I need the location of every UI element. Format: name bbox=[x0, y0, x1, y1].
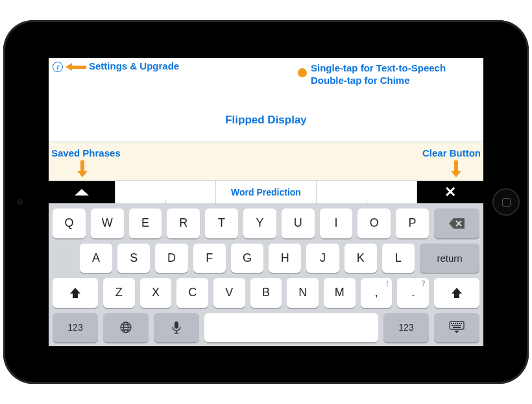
flipped-display-label: Flipped Display bbox=[49, 114, 483, 127]
svg-rect-5 bbox=[453, 323, 454, 324]
key-backspace[interactable] bbox=[434, 208, 479, 238]
key-x[interactable]: X bbox=[140, 278, 172, 308]
key-e[interactable]: E bbox=[129, 208, 162, 238]
svg-rect-13 bbox=[457, 325, 459, 326]
globe-icon bbox=[119, 321, 132, 334]
key-n[interactable]: N bbox=[287, 278, 319, 308]
svg-rect-10 bbox=[452, 325, 453, 326]
key-c[interactable]: C bbox=[176, 278, 208, 308]
svg-rect-15 bbox=[453, 327, 461, 328]
key-v[interactable]: V bbox=[213, 278, 245, 308]
key-u[interactable]: U bbox=[282, 208, 315, 238]
key-globe[interactable] bbox=[103, 313, 149, 343]
key-period[interactable]: ? . bbox=[397, 278, 429, 308]
key-g[interactable]: G bbox=[231, 244, 263, 273]
svg-rect-9 bbox=[461, 323, 462, 324]
arrow-left-icon bbox=[66, 63, 86, 71]
svg-rect-8 bbox=[459, 323, 460, 324]
microphone-icon bbox=[172, 321, 181, 334]
key-p[interactable]: P bbox=[396, 208, 429, 238]
key-w[interactable]: W bbox=[91, 208, 124, 238]
dot-icon bbox=[298, 68, 307, 77]
keyboard: Q W E R T Y U I O P A S bbox=[49, 203, 483, 346]
arrow-down-right-icon bbox=[451, 160, 461, 177]
key-j[interactable]: J bbox=[306, 244, 339, 273]
key-dictation[interactable] bbox=[154, 313, 199, 343]
key-shift-left[interactable] bbox=[53, 278, 98, 308]
svg-rect-4 bbox=[451, 323, 452, 324]
shift-icon bbox=[69, 287, 81, 299]
key-k[interactable]: K bbox=[345, 244, 377, 273]
saved-phrases-label: Saved Phrases bbox=[51, 147, 121, 158]
key-y[interactable]: Y bbox=[243, 208, 276, 238]
keyboard-row-3: Z X C V B N M ! , ? . bbox=[53, 278, 479, 308]
stage: i Settings & Upgrade Single-tap for Text… bbox=[0, 0, 532, 404]
shift-icon bbox=[451, 287, 463, 299]
key-i[interactable]: I bbox=[320, 208, 353, 238]
info-icon[interactable]: i bbox=[53, 62, 63, 72]
key-q[interactable]: Q bbox=[53, 208, 86, 238]
keyboard-row-1: Q W E R T Y U I O P bbox=[53, 208, 479, 238]
toolbar: Word Prediction ✕ bbox=[49, 181, 483, 203]
keyboard-row-4: 123 123 bbox=[53, 313, 479, 343]
tts-line-2: Double-tap for Chime bbox=[311, 74, 446, 86]
key-space[interactable] bbox=[204, 313, 378, 343]
keyboard-row-2: A S D F G H J K L return bbox=[53, 244, 479, 273]
key-a[interactable]: A bbox=[80, 244, 112, 273]
key-t[interactable]: T bbox=[205, 208, 238, 238]
word-prediction-bar[interactable]: Word Prediction bbox=[115, 181, 417, 203]
key-o[interactable]: O bbox=[357, 208, 391, 238]
display-area[interactable]: i Settings & Upgrade Single-tap for Text… bbox=[49, 58, 483, 142]
key-numbers-left[interactable]: 123 bbox=[53, 313, 98, 343]
tts-line-1: Single-tap for Text-to-Speech bbox=[311, 62, 446, 74]
ipad-frame: i Settings & Upgrade Single-tap for Text… bbox=[3, 20, 529, 384]
key-f[interactable]: F bbox=[193, 244, 226, 273]
key-z[interactable]: Z bbox=[103, 278, 135, 308]
svg-rect-7 bbox=[457, 323, 458, 324]
key-dismiss-keyboard[interactable] bbox=[434, 313, 479, 343]
key-m[interactable]: M bbox=[324, 278, 356, 308]
word-prediction-label: Word Prediction bbox=[216, 181, 317, 203]
key-comma[interactable]: ! , bbox=[361, 278, 393, 308]
key-d[interactable]: D bbox=[155, 244, 187, 273]
key-r[interactable]: R bbox=[167, 208, 200, 238]
svg-rect-12 bbox=[455, 325, 457, 326]
input-strip[interactable]: Saved Phrases Clear Button bbox=[49, 142, 483, 181]
dismiss-keyboard-icon bbox=[449, 321, 465, 334]
triangle-up-icon bbox=[75, 189, 89, 196]
key-numbers-right[interactable]: 123 bbox=[383, 313, 429, 343]
close-icon: ✕ bbox=[444, 185, 456, 199]
home-button[interactable] bbox=[492, 188, 520, 216]
svg-rect-6 bbox=[455, 323, 456, 324]
arrow-down-left-icon bbox=[77, 160, 88, 177]
key-b[interactable]: B bbox=[250, 278, 282, 308]
saved-phrases-button[interactable] bbox=[49, 181, 115, 203]
key-l[interactable]: L bbox=[382, 244, 415, 273]
key-shift-right[interactable] bbox=[434, 278, 479, 308]
key-h[interactable]: H bbox=[269, 244, 301, 273]
svg-rect-14 bbox=[459, 325, 461, 326]
settings-label: Settings & Upgrade bbox=[89, 60, 179, 71]
svg-rect-2 bbox=[175, 322, 178, 329]
screen: i Settings & Upgrade Single-tap for Text… bbox=[49, 58, 483, 346]
clear-button[interactable]: ✕ bbox=[417, 181, 483, 203]
tap-instructions: Single-tap for Text-to-Speech Double-tap… bbox=[311, 62, 446, 86]
backspace-icon bbox=[449, 218, 465, 229]
key-s[interactable]: S bbox=[117, 244, 150, 273]
svg-rect-11 bbox=[453, 325, 455, 326]
clear-button-label: Clear Button bbox=[422, 147, 481, 158]
key-return[interactable]: return bbox=[420, 244, 479, 273]
camera-dot bbox=[18, 199, 23, 205]
